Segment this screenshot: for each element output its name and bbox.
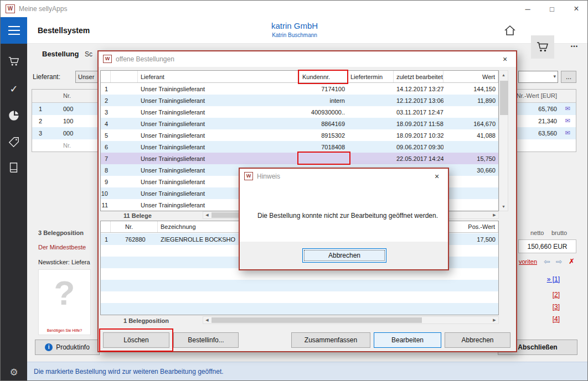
info-icon: i [45, 343, 53, 351]
chevron-down-icon: ▾ [553, 74, 556, 79]
help-caption: Benötigen Sie Hilfe? [39, 328, 90, 332]
home-icon[interactable] [503, 24, 517, 39]
menu-button[interactable] [1, 17, 27, 44]
pagination-link-1[interactable]: » [1] [547, 275, 560, 283]
orders-dialog-titlebar: W offene Bestellungen × [99, 51, 516, 67]
order-row-4[interactable]: 4 Unser Trainingslieferant 8864169 18.09… [101, 118, 498, 129]
col-liefertermin[interactable]: Liefertermin [348, 71, 394, 82]
settings-gear-icon[interactable]: ⚙ [1, 361, 27, 381]
scroll-down-icon[interactable]: ▼ [499, 202, 508, 211]
newsticker-label: Newsticker: Liefera [38, 259, 90, 265]
tab-secondary[interactable]: Sc [85, 50, 92, 58]
dialog-logo-icon: W [244, 172, 253, 180]
annotation-empty-kundennr-cell [297, 152, 350, 165]
produktinfo-button[interactable]: i Produktinfo [35, 340, 100, 355]
col-zuletzt-bearbeitet[interactable]: zuletzt bearbeitet [394, 71, 443, 82]
hinweis-abbrechen-button[interactable]: Abbrechen [302, 248, 386, 263]
mail-icon[interactable]: ✉ [565, 105, 570, 112]
belege-count: 11 Belege [123, 212, 152, 219]
help-placeholder[interactable]: ? Benötigen Sie Hilfe? [38, 269, 91, 335]
empty-row [101, 303, 498, 315]
zusammenfassen-button[interactable]: Zusammenfassen [291, 332, 370, 348]
positions-horizontal-scrollbar[interactable]: ◀ ▶ [203, 316, 499, 324]
company-name: katrin GmbH [212, 21, 378, 30]
window-titlebar: W Meine sellyApps ─ □ × [1, 1, 588, 17]
dialog-logo-icon: W [103, 55, 112, 63]
question-mark-icon: ? [39, 273, 90, 312]
orders-dialog-close-icon[interactable]: × [499, 54, 510, 64]
scrollbar-thumb[interactable] [212, 317, 422, 323]
app-window: W Meine sellyApps ─ □ × Bestellsystem ka… [0, 0, 588, 381]
status-text: Die markierte Bestellung wird zur weiter… [34, 368, 224, 375]
sidebar: ✓ ⚙ [1, 44, 27, 381]
hinweis-dialog: W Hinweis × Die Bestellung konnte nicht … [239, 168, 449, 270]
nav-right-icon[interactable]: ⇨ [556, 257, 563, 266]
app-logo-icon: W [6, 4, 15, 13]
orders-dialog-title: offene Bestellungen [116, 55, 174, 63]
app-title: Bestellsystem [38, 26, 90, 35]
sidebar-cart-icon[interactable] [1, 50, 27, 72]
order-row-3[interactable]: 3 Unser Trainingslieferant 400930000.. 0… [101, 106, 498, 118]
scrollbar-thumb[interactable] [500, 81, 508, 115]
col-lieferant[interactable]: Lieferant [138, 71, 300, 82]
annotation-loeschen-button [99, 328, 173, 352]
sidebar-pie-chart-icon[interactable] [1, 105, 27, 127]
pagination-link-2[interactable]: [2] [553, 291, 560, 299]
col-pos-wert[interactable]: Pos.-Wert [443, 221, 498, 232]
sidebar-book-icon[interactable] [1, 156, 27, 179]
remove-favorite-icon[interactable]: ✗ [569, 257, 575, 265]
hinweis-close-icon[interactable]: × [431, 171, 442, 181]
scroll-up-icon[interactable]: ▲ [499, 71, 508, 79]
col-pos-nr[interactable]: Nr. [111, 221, 158, 232]
empty-row [101, 280, 498, 291]
order-row-2[interactable]: 2 Unser Trainingslieferant intern 12.12.… [101, 95, 498, 106]
scroll-left-icon[interactable]: ◀ [203, 317, 211, 323]
netto-label: netto [530, 229, 544, 236]
order-row-1[interactable]: 1 Unser Trainingslieferant 7174100 14.12… [101, 83, 498, 95]
col-nr: Nr. [63, 92, 71, 99]
more-options-button[interactable]: ... [565, 39, 583, 49]
col-nr-wert: Nr.-Wert [EUR] [517, 92, 557, 99]
app-header: Bestellsystem katrin GmbH Katrin Buschma… [1, 17, 588, 44]
bearbeiten-button[interactable]: Bearbeiten [374, 332, 441, 348]
sidebar-check-icon[interactable]: ✓ [1, 78, 27, 100]
order-row-6[interactable]: 6 Unser Trainingslieferant 7018408 09.06… [101, 141, 498, 153]
hinweis-title: Hinweis [257, 173, 280, 180]
account-info: katrin GmbH Katrin Buschmann [212, 21, 378, 38]
mail-icon[interactable]: ✉ [565, 117, 570, 124]
tab-bestellung[interactable]: Bestellung [42, 50, 79, 58]
pagination-link-3[interactable]: [3] [553, 303, 560, 311]
bestellinfo-button[interactable]: Bestellinfo... [173, 332, 239, 348]
brutto-label: brutto [551, 229, 567, 236]
cart-button[interactable] [531, 35, 554, 59]
minimize-button[interactable]: ─ [515, 1, 540, 17]
sidebar-tag-icon[interactable] [1, 131, 27, 153]
scroll-right-icon[interactable]: ▶ [491, 317, 498, 323]
beleg-count-label: 3 Belegposition [38, 229, 84, 236]
mindestwert-warning: Der Mindestbeste [38, 244, 86, 250]
nav-left-icon[interactable]: ⇦ [544, 257, 550, 266]
window-title: Meine sellyApps [19, 5, 67, 13]
maximize-button[interactable]: □ [540, 1, 564, 17]
favoriten-link[interactable]: voriten [519, 258, 537, 265]
abbrechen-button[interactable]: Abbrechen [445, 332, 510, 348]
orders-vertical-scrollbar[interactable]: ▲ ▼ [499, 70, 508, 211]
belegposition-count: 1 Belegposition [123, 317, 169, 324]
filter-select[interactable]: ▾ [518, 71, 558, 83]
mail-icon[interactable]: ✉ [565, 129, 570, 137]
total-value: 150,660 EUR [518, 239, 576, 253]
order-row-5[interactable]: 5 Unser Trainingslieferant 8915302 18.09… [101, 129, 498, 141]
col-wert[interactable]: Wert [443, 71, 498, 82]
pagination-link-4[interactable]: [4] [553, 315, 560, 323]
empty-row [101, 291, 498, 303]
close-button[interactable]: × [564, 1, 588, 17]
hinweis-titlebar: W Hinweis × [240, 169, 448, 184]
scroll-left-icon[interactable]: ◀ [203, 212, 211, 218]
scroll-right-icon[interactable]: ▶ [491, 212, 498, 218]
status-bar: Die markierte Bestellung wird zur weiter… [27, 362, 588, 381]
user-name: Katrin Buschmann [212, 32, 378, 38]
annotation-kundennr-header [298, 70, 348, 84]
lieferant-label: Lieferant: [33, 73, 60, 81]
browse-button[interactable]: ... [561, 71, 576, 83]
hinweis-message: Die Bestellung konnte nicht zur Bearbeit… [257, 212, 438, 220]
